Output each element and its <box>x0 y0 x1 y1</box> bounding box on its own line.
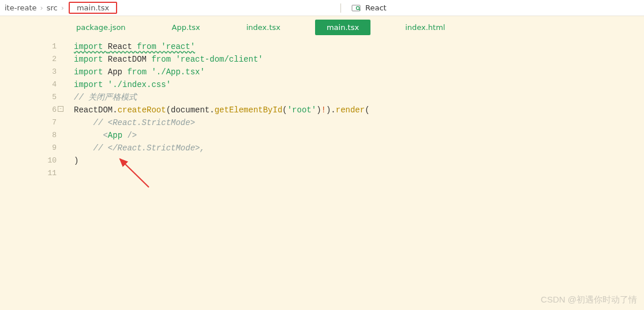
breadcrumb-current[interactable]: main.tsx <box>69 2 117 14</box>
token-str: 'react' <box>161 42 195 51</box>
line-number: 8 <box>0 129 57 142</box>
token-comment: // <React.StrictMode> <box>93 118 195 127</box>
line-number: 10 <box>0 154 57 167</box>
tab-App-tsx[interactable]: App.tsx <box>160 20 212 35</box>
breadcrumb-segment[interactable]: src <box>47 3 58 12</box>
token-dot: . <box>113 105 117 115</box>
tabs-bar: package.jsonApp.tsxindex.tsxmain.tsxinde… <box>0 16 644 38</box>
code-line[interactable]: import React from 'react' <box>74 40 644 53</box>
token-str: './index.css' <box>108 80 171 89</box>
token-id: ReactDOM <box>108 55 152 64</box>
tab-main-tsx[interactable]: main.tsx <box>315 20 370 35</box>
token-kw: from <box>137 42 161 51</box>
token-str: 'react-dom/client' <box>175 55 263 64</box>
token-dot: . <box>209 105 214 115</box>
code-area[interactable]: import React from 'react'import ReactDOM… <box>65 38 644 180</box>
token-str: './App.tsx' <box>151 67 204 77</box>
token-kw: import <box>74 67 108 77</box>
line-number: 9 <box>0 142 57 154</box>
token-dot: . <box>331 105 335 115</box>
token-punct: ) <box>316 105 321 115</box>
preview-icon[interactable] <box>351 3 361 13</box>
code-line[interactable]: import './index.css' <box>74 78 644 91</box>
preview-label[interactable]: React <box>365 3 387 12</box>
token-tag-angle: < <box>103 131 107 140</box>
breadcrumb[interactable]: ite-reate › src › main.tsx <box>0 2 117 14</box>
chevron-right-icon: › <box>40 3 43 12</box>
token-punct <box>93 131 103 140</box>
token-id: ReactDOM <box>74 105 113 115</box>
line-number: 4 <box>0 78 57 91</box>
token-kw: import <box>74 42 108 51</box>
line-number: 1 <box>0 40 57 53</box>
token-kw: from <box>127 67 151 77</box>
code-line[interactable]: // </React.StrictMode>, <box>74 142 644 154</box>
token-tag-name: App <box>108 131 122 140</box>
token-id: App <box>108 67 128 77</box>
code-line[interactable]: // 关闭严格模式 <box>74 91 644 104</box>
token-id: document <box>171 105 209 115</box>
code-line[interactable]: import ReactDOM from 'react-dom/client' <box>74 53 644 66</box>
token-punct: ) <box>74 156 78 165</box>
tab-index-tsx[interactable]: index.tsx <box>235 20 292 35</box>
line-number: 6- <box>0 104 57 116</box>
code-editor[interactable]: 123456-7891011 import React from 'react'… <box>0 38 644 180</box>
token-tag-angle: /> <box>122 131 137 140</box>
line-number: 2 <box>0 53 57 66</box>
tabs: package.jsonApp.tsxindex.tsxmain.tsxinde… <box>65 16 456 38</box>
token-func: getElementById <box>215 105 283 115</box>
token-comment: // </React.StrictMode>, <box>93 143 205 153</box>
token-comment: // 关闭严格模式 <box>74 93 137 102</box>
code-line[interactable]: import App from './App.tsx' <box>74 66 644 78</box>
token-kw: import <box>74 55 108 64</box>
header-bar: ite-reate › src › main.tsx React <box>0 0 644 16</box>
line-number: 7 <box>0 116 57 129</box>
token-func: render <box>336 105 365 115</box>
watermark: CSDN @初遇你时动了情 <box>541 294 637 305</box>
token-kw: from <box>151 55 175 64</box>
code-line[interactable]: // <React.StrictMode> <box>74 116 644 129</box>
code-line[interactable]: ) <box>74 154 644 167</box>
breadcrumb-segment[interactable]: ite-reate <box>5 3 37 12</box>
chevron-right-icon: › <box>61 3 64 12</box>
token-str: 'root' <box>287 105 316 115</box>
tab-index-html[interactable]: index.html <box>394 20 456 35</box>
gutter: 123456-7891011 <box>0 38 65 180</box>
header-right: React <box>340 0 387 16</box>
divider <box>340 3 341 13</box>
code-line[interactable] <box>74 167 644 180</box>
tab-package-json[interactable]: package.json <box>65 20 137 35</box>
code-line[interactable]: <App /> <box>74 129 644 142</box>
line-number: 3 <box>0 66 57 78</box>
code-line[interactable]: ReactDOM.createRoot(document.getElementB… <box>74 104 644 116</box>
token-punct: ( <box>166 105 171 115</box>
svg-point-1 <box>356 6 359 9</box>
token-kw: import <box>74 80 108 89</box>
token-op: ! <box>321 105 326 115</box>
line-number: 11 <box>0 167 57 180</box>
token-punct: ( <box>282 105 287 115</box>
token-id: React <box>108 42 137 51</box>
fold-toggle-icon[interactable]: - <box>58 106 63 112</box>
tabs-left-padding <box>0 16 65 38</box>
line-number: 5 <box>0 91 57 104</box>
token-punct: ( <box>365 105 369 115</box>
token-func: createRoot <box>118 105 166 115</box>
